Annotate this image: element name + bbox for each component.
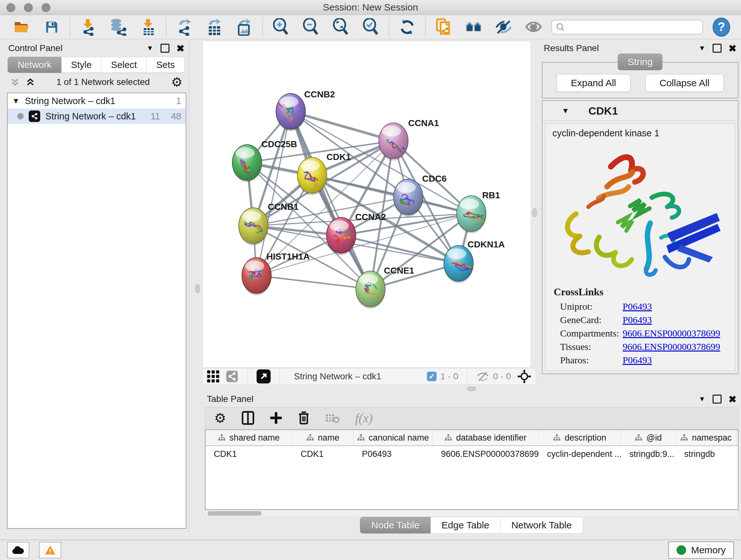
expand-all-button[interactable]: Expand All	[556, 74, 630, 92]
selected-checkbox-icon[interactable]: ✓	[427, 372, 436, 381]
clone-network-icon[interactable]	[434, 18, 453, 36]
zoom-out-icon[interactable]	[302, 18, 320, 36]
close-window-button[interactable]	[6, 3, 15, 12]
column-header[interactable]: @id	[621, 430, 676, 445]
tab-node-table[interactable]: Node Table	[360, 517, 430, 534]
toolbar-search[interactable]	[551, 20, 703, 35]
network-canvas[interactable]: CCNB2CCNA1CDC25BCDK1CDC6RB1CCNB1CCNA2CDK…	[202, 41, 531, 368]
network-collection-row[interactable]: ▼ String Network – cdk1 1	[8, 93, 186, 109]
network-node[interactable]: HIST1H1A	[242, 252, 310, 295]
search-input[interactable]	[568, 22, 698, 32]
export-network-icon[interactable]	[176, 18, 193, 36]
crosslink-link[interactable]: P06493	[623, 314, 652, 325]
vertical-splitter-handle[interactable]	[532, 208, 537, 217]
detach-view-icon[interactable]	[257, 369, 271, 383]
gene-card-collapse-icon[interactable]: ▼	[562, 106, 569, 115]
tab-style[interactable]: Style	[61, 57, 102, 73]
vertical-splitter-handle[interactable]	[195, 284, 200, 293]
warning-status-button[interactable]	[39, 542, 61, 558]
table-cell[interactable]: CDK1	[205, 449, 292, 459]
tab-sets[interactable]: Sets	[146, 57, 185, 73]
table-cell[interactable]: stringdb:9...	[621, 449, 676, 459]
cloud-status-button[interactable]	[7, 542, 29, 558]
import-network-file-icon[interactable]	[79, 18, 97, 36]
column-header[interactable]: canonical name	[354, 430, 433, 445]
create-column-plus-icon[interactable]	[270, 412, 282, 424]
network-row[interactable]: String Network – cdk1 11 48	[8, 109, 186, 124]
collapse-all-networks-icon[interactable]	[10, 77, 20, 87]
panel-float-icon[interactable]	[160, 44, 170, 53]
network-edge[interactable]	[257, 111, 291, 275]
zoom-window-button[interactable]	[42, 3, 51, 12]
view-share-icon[interactable]	[226, 370, 239, 383]
export-table-icon[interactable]	[205, 18, 223, 36]
refresh-icon[interactable]	[398, 18, 416, 36]
tab-network-table[interactable]: Network Table	[500, 517, 583, 534]
node-label: CCNA1	[408, 118, 439, 128]
column-header[interactable]: database identifier	[433, 430, 539, 445]
show-columns-icon[interactable]	[242, 411, 254, 425]
hide-selected-icon[interactable]	[495, 18, 513, 36]
network-node[interactable]: CCNE1	[356, 266, 414, 309]
zoom-in-icon[interactable]	[272, 18, 290, 36]
crosslink-link[interactable]: P06493	[623, 301, 652, 312]
column-header[interactable]: name	[292, 430, 354, 445]
first-neighbors-icon[interactable]	[465, 18, 482, 36]
column-header[interactable]: description	[539, 430, 621, 445]
table-horizontal-scrollbar[interactable]	[205, 510, 738, 516]
window-controls[interactable]	[6, 3, 51, 12]
network-node[interactable]: RB1	[457, 190, 500, 233]
crosslink-link[interactable]: 9606.ENSP00000378699	[623, 328, 720, 339]
collection-expand-icon[interactable]: ▼	[12, 97, 20, 105]
network-options-gear-icon[interactable]: ⚙	[171, 76, 183, 88]
node-table[interactable]: shared namenamecanonical namedatabase id…	[205, 429, 738, 510]
network-node[interactable]: CDKN1A	[444, 240, 505, 283]
expand-all-networks-icon[interactable]	[25, 77, 35, 87]
network-edge[interactable]	[291, 111, 394, 141]
column-header[interactable]: namespac	[676, 430, 737, 445]
crosslink-link[interactable]: P06493	[623, 355, 652, 366]
horizontal-splitter-handle[interactable]	[467, 387, 476, 391]
crosslink-label: Pharos:	[560, 355, 623, 366]
panel-menu-icon[interactable]: ▼	[698, 395, 705, 403]
panel-menu-icon[interactable]: ▼	[698, 44, 705, 52]
panel-menu-icon[interactable]: ▼	[146, 44, 153, 52]
zoom-fit-icon[interactable]	[332, 18, 350, 36]
table-cell[interactable]: P06493	[354, 449, 433, 459]
import-network-database-icon[interactable]	[109, 18, 127, 36]
help-button[interactable]: ?	[713, 17, 730, 37]
node-label: CCNB2	[304, 89, 335, 99]
crosslink-link[interactable]: 9606.ENSP00000378699	[623, 341, 720, 352]
zoom-selected-icon[interactable]	[362, 18, 380, 36]
panel-float-icon[interactable]	[713, 44, 722, 53]
tab-network[interactable]: Network	[8, 57, 61, 73]
network-node[interactable]: CCNB2	[276, 89, 335, 131]
memory-button[interactable]: Memory	[668, 542, 734, 559]
scrollbar-thumb[interactable]	[207, 511, 262, 516]
table-row[interactable]: CDK1CDK1P064939606.ENSP00000378699cyclin…	[205, 446, 738, 462]
show-grid-icon[interactable]	[207, 370, 219, 382]
table-cell[interactable]: cyclin-dependent ...	[539, 449, 621, 459]
open-session-icon[interactable]	[13, 18, 30, 36]
panel-close-icon[interactable]: ✖	[729, 394, 737, 405]
table-cell[interactable]: CDK1	[292, 449, 354, 459]
collapse-all-button[interactable]: Collapse All	[645, 74, 724, 92]
minimize-window-button[interactable]	[24, 3, 33, 12]
tab-select[interactable]: Select	[101, 57, 147, 73]
panel-close-icon[interactable]: ✖	[177, 43, 185, 54]
panel-float-icon[interactable]	[713, 395, 722, 403]
tab-edge-table[interactable]: Edge Table	[430, 517, 501, 534]
show-all-icon[interactable]	[525, 18, 542, 36]
table-cell[interactable]: 9606.ENSP00000378699	[433, 449, 539, 459]
delete-column-trash-icon[interactable]	[298, 411, 310, 425]
column-header[interactable]: shared name	[205, 430, 292, 445]
tab-string[interactable]: String	[618, 54, 663, 70]
table-cell[interactable]: stringdb	[676, 449, 737, 459]
export-image-icon[interactable]	[235, 18, 253, 36]
import-table-file-icon[interactable]	[139, 18, 157, 36]
birdseye-navigator-icon[interactable]	[517, 369, 531, 383]
table-settings-gear-icon[interactable]: ⚙	[214, 410, 226, 426]
panel-close-icon[interactable]: ✖	[729, 43, 737, 54]
save-session-icon[interactable]	[43, 18, 61, 36]
network-edge[interactable]	[257, 275, 370, 289]
